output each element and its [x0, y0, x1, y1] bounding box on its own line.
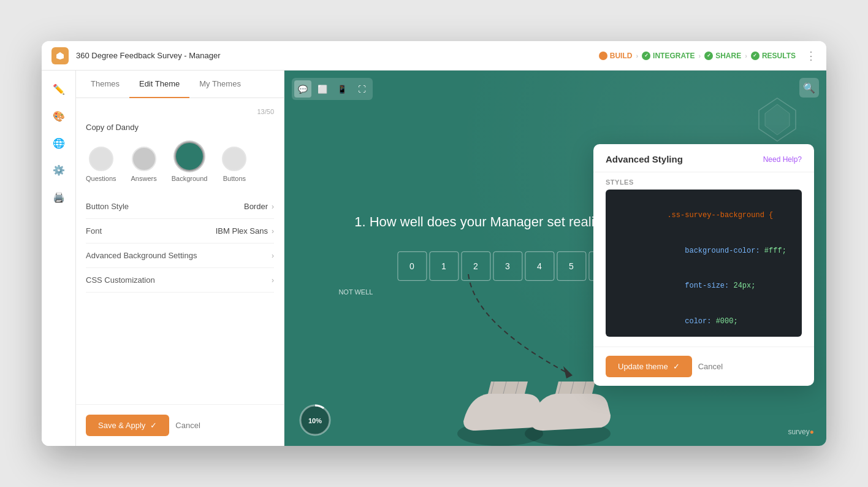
- css-prop-bg: background-color:: [667, 247, 760, 255]
- toolbar-expand-icon[interactable]: ⛶: [353, 80, 370, 98]
- font-row[interactable]: Font IBM Plex Sans ›: [86, 219, 274, 244]
- font-chevron: ›: [272, 227, 274, 236]
- advanced-bg-chevron: ›: [272, 251, 274, 260]
- tab-themes[interactable]: Themes: [81, 71, 129, 98]
- nps-1[interactable]: 1: [429, 251, 459, 281]
- color-option-background[interactable]: Background: [172, 142, 208, 182]
- advanced-styling-panel: Advanced Styling Need Help? STYLES .ss-s…: [593, 144, 814, 386]
- print-icon[interactable]: 🖨️: [48, 186, 70, 208]
- step-results[interactable]: RESULTS: [751, 52, 796, 60]
- panel-tabs: Themes Edit Theme My Themes: [76, 71, 284, 98]
- css-code-editor[interactable]: .ss-survey--background { background-colo…: [606, 190, 802, 337]
- panel-content: 13/50 Copy of Dandy Questions Answers Ba…: [76, 98, 284, 404]
- main-layout: ✏️ 🎨 🌐 ⚙️ 🖨️ Themes Edit Theme My Themes…: [42, 71, 826, 446]
- advanced-cancel-button[interactable]: Cancel: [698, 362, 723, 371]
- questions-swatch[interactable]: [89, 147, 113, 171]
- step-integrate[interactable]: INTEGRATE: [642, 52, 695, 60]
- step-build[interactable]: BUILD: [599, 52, 633, 60]
- need-help-link[interactable]: Need Help?: [763, 155, 802, 164]
- edit-icon[interactable]: ✏️: [48, 78, 70, 100]
- css-prop-color: color:: [667, 317, 711, 326]
- top-bar: 360 Degree Feedback Survey - Manager BUI…: [42, 41, 826, 71]
- styles-label: STYLES: [593, 172, 814, 190]
- advanced-bg-label: Advanced Background Settings: [86, 251, 197, 260]
- step-share[interactable]: SHARE: [704, 52, 741, 60]
- css-prop-fs: font-size:: [667, 282, 729, 290]
- survey-toolbar: 💬 ⬜ 📱 ⛶: [292, 78, 373, 100]
- checkmark-icon: ✓: [150, 421, 157, 430]
- css-label: CSS Customization: [86, 275, 155, 285]
- color-option-answers[interactable]: Answers: [131, 147, 157, 182]
- color-option-questions[interactable]: Questions: [86, 147, 116, 182]
- toolbar-mobile-icon[interactable]: 📱: [333, 80, 351, 98]
- svg-marker-1: [765, 104, 790, 135]
- survey-brand: survey●: [788, 428, 814, 436]
- tab-edit-theme[interactable]: Edit Theme: [129, 71, 189, 98]
- advanced-footer: Update theme ✓ Cancel: [593, 347, 814, 386]
- nps-2[interactable]: 2: [461, 251, 490, 281]
- theme-name-label: Copy of Dandy: [86, 123, 274, 132]
- css-val-color: #000;: [711, 317, 737, 326]
- toolbar-tablet-icon[interactable]: ⬜: [314, 80, 331, 98]
- font-label: Font: [86, 226, 102, 236]
- app-logo: [51, 47, 69, 64]
- nps-label-left: NOT WELL: [338, 288, 373, 296]
- buttons-swatch[interactable]: [222, 147, 246, 171]
- globe-icon[interactable]: 🌐: [48, 132, 70, 154]
- background-label: Background: [172, 175, 208, 182]
- app-window: 360 Degree Feedback Survey - Manager BUI…: [42, 41, 826, 446]
- nav-steps: BUILD › INTEGRATE › SHARE › RESULTS: [599, 52, 796, 60]
- survey-title: 360 Degree Feedback Survey - Manager: [76, 51, 221, 60]
- settings-icon[interactable]: ⚙️: [48, 159, 70, 181]
- advanced-title: Advanced Styling: [606, 154, 683, 164]
- update-checkmark-icon: ✓: [673, 362, 680, 371]
- survey-search-icon[interactable]: 🔍: [799, 78, 819, 98]
- css-selector: .ss-survey--background {: [667, 211, 773, 220]
- css-chevron: ›: [272, 276, 274, 285]
- font-value[interactable]: IBM Plex Sans ›: [216, 226, 274, 236]
- background-swatch[interactable]: [175, 142, 204, 171]
- button-style-row[interactable]: Button Style Border ›: [86, 194, 274, 219]
- css-val-bg: #fff;: [760, 247, 786, 255]
- css-customization-row[interactable]: CSS Customization ›: [86, 268, 274, 293]
- buttons-label: Buttons: [223, 175, 246, 182]
- svg-text:10%: 10%: [308, 417, 322, 424]
- advanced-header: Advanced Styling Need Help?: [593, 144, 814, 172]
- arrow-3: ›: [745, 52, 747, 59]
- button-style-label: Button Style: [86, 202, 129, 211]
- left-panel: Themes Edit Theme My Themes 13/50 Copy o…: [76, 71, 284, 446]
- answers-swatch[interactable]: [132, 147, 156, 171]
- char-count: 13/50: [86, 108, 274, 115]
- questions-label: Questions: [86, 175, 116, 182]
- update-theme-button[interactable]: Update theme ✓: [606, 356, 692, 377]
- arrow-2: ›: [699, 52, 701, 59]
- save-apply-button[interactable]: Save & Apply ✓: [86, 415, 169, 436]
- cancel-button[interactable]: Cancel: [175, 421, 200, 430]
- button-style-value[interactable]: Border ›: [244, 202, 274, 211]
- nps-5[interactable]: 5: [557, 251, 586, 281]
- css-val-fs: 24px;: [729, 282, 755, 290]
- nps-3[interactable]: 3: [493, 251, 522, 281]
- tab-my-themes[interactable]: My Themes: [189, 71, 251, 98]
- icons-bar: ✏️ 🎨 🌐 ⚙️ 🖨️: [42, 71, 76, 446]
- crystal-decoration-top: [753, 95, 802, 147]
- toolbar-chat-icon[interactable]: 💬: [294, 80, 311, 98]
- button-style-chevron: ›: [272, 202, 274, 211]
- survey-preview: 💬 ⬜ 📱 ⛶ 🔍 1. How well does your Manager …: [284, 71, 826, 446]
- arrow-1: ›: [636, 52, 638, 59]
- advanced-bg-row[interactable]: Advanced Background Settings ›: [86, 244, 274, 268]
- progress-circle: 10%: [297, 402, 333, 439]
- nps-0[interactable]: 0: [397, 251, 427, 281]
- color-options: Questions Answers Background Buttons: [86, 142, 274, 182]
- nps-4[interactable]: 4: [525, 251, 554, 281]
- more-menu-icon[interactable]: ⋮: [805, 49, 817, 63]
- color-option-buttons[interactable]: Buttons: [222, 147, 246, 182]
- theme-icon[interactable]: 🎨: [48, 105, 70, 127]
- answers-label: Answers: [131, 175, 157, 182]
- save-bar: Save & Apply ✓ Cancel: [76, 404, 284, 446]
